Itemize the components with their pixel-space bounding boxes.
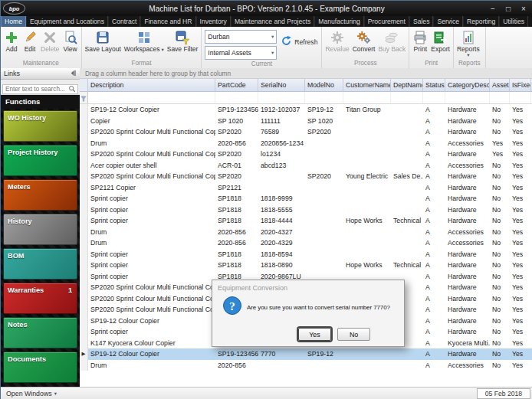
tab-maintenance-and-projects[interactable]: Maintenance and Projects — [231, 16, 314, 27]
minimize-button[interactable]: − — [485, 2, 501, 15]
yes-button[interactable]: Yes — [298, 328, 331, 341]
workspaces-button[interactable]: Workspaces▾ — [123, 28, 166, 53]
refresh-button[interactable]: Refresh — [278, 28, 320, 56]
links-header-label: Links — [4, 70, 20, 77]
sidebar-item-meters[interactable]: Meters — [3, 179, 77, 211]
open-windows-button[interactable]: Open Windows ▾ — [1, 390, 62, 397]
column-header-customername[interactable]: CustomerName — [343, 79, 391, 91]
grid-cell: A — [423, 138, 445, 149]
table-row[interactable]: SP2020 Sprint Colour Multi Functional Co… — [80, 149, 532, 160]
edit-pencil-icon — [22, 29, 38, 45]
add-button[interactable]: Add — [2, 28, 21, 53]
grid-cell: Yes — [510, 304, 531, 316]
group-by-bar[interactable]: Drag a column header here to group by th… — [80, 68, 532, 79]
tab-inventory[interactable]: Inventory — [196, 16, 231, 27]
table-row[interactable]: SP19-12 Colour CopierSP19-1234561912-102… — [80, 104, 532, 116]
filter-cell-status[interactable] — [423, 92, 445, 103]
delete-button-label: Delete — [41, 45, 60, 53]
sidebar-item-wo-history[interactable]: WO History — [3, 110, 77, 142]
tab-procurement[interactable]: Procurement — [364, 16, 409, 27]
convert-button[interactable]: Convert — [351, 28, 377, 53]
save-filter-button[interactable]: Save Filter — [166, 28, 200, 53]
filter-cell-deptname[interactable] — [391, 92, 423, 103]
table-row[interactable]: Sprint copierSP18181818-8594AHardwareNoY… — [80, 249, 532, 260]
grid-cell: A — [423, 126, 445, 138]
column-header-status[interactable]: Status — [423, 79, 445, 91]
table-row[interactable]: SP2020 Sprint Colour Multi Functional Co… — [80, 171, 532, 182]
export-button[interactable]: Export — [429, 28, 452, 53]
table-row[interactable]: ▶SP19-12 Colour CopierSP19-1234567770SP1… — [80, 348, 532, 360]
column-header-isfixedasset[interactable]: IsFixedAsset — [510, 79, 531, 91]
reports-button[interactable]: Reports ▾ — [455, 28, 481, 57]
tab-utilities[interactable]: Utilities — [499, 16, 528, 27]
sidebar-item-warranties[interactable]: Warranties1 — [3, 283, 77, 314]
grid-cell: A — [423, 271, 445, 283]
tab-home[interactable]: Home — [1, 16, 26, 27]
table-row[interactable]: Drum2020-8562020-4329AAccessoriesNoYes — [80, 237, 532, 249]
tab-service[interactable]: Service — [433, 16, 463, 27]
sidebar-item-notes[interactable]: Notes — [3, 317, 77, 348]
filter-cell-categorydesc[interactable] — [445, 92, 490, 103]
close-button[interactable]: × — [516, 2, 531, 15]
window-title: Machine List for Durban - BPO: Version 2… — [1, 5, 532, 13]
table-row[interactable]: Drum2020-856AAccessoriesNoYes — [80, 360, 532, 371]
pin-icon[interactable] — [70, 70, 77, 77]
tab-manufacturing[interactable]: Manufacturing — [314, 16, 363, 27]
column-header-deptname[interactable]: DeptName — [391, 79, 423, 91]
sidebar-item-project-history[interactable]: Project History — [3, 145, 77, 176]
column-header-categorydesc[interactable]: CategoryDesc — [445, 79, 490, 91]
buy-back-button[interactable]: Buy Back — [376, 28, 407, 53]
table-row[interactable]: Drum2020-8562020856-1234AAccessoriesYesY… — [80, 138, 532, 149]
sidebar-item-bom[interactable]: BOM — [3, 248, 77, 280]
tab-equipment-and-locations[interactable]: Equipment and Locations — [26, 16, 108, 27]
revalue-button[interactable]: Revalue — [323, 28, 350, 53]
save-layout-button[interactable]: Save Layout — [84, 28, 123, 53]
view-button[interactable]: View — [61, 28, 80, 53]
table-row[interactable]: SP2020 Sprint Colour Multi Functional Co… — [80, 126, 532, 138]
tab-contract[interactable]: Contract — [108, 16, 140, 27]
grid-cell: Yes — [510, 271, 531, 283]
grid-cell: 76589 — [258, 126, 305, 138]
column-header-partcode[interactable]: PartCode — [215, 79, 258, 91]
table-row[interactable]: CopierSP 1020111111SP 1020AHardwareNoYes — [80, 116, 532, 127]
filter-cell-partcode[interactable] — [215, 92, 258, 103]
grid-cell: SP2020 Sprint Colour Multi Functional Co… — [88, 293, 215, 305]
tab-sales[interactable]: Sales — [409, 16, 434, 27]
filter-cell-serialno[interactable] — [258, 92, 305, 103]
row-indicator — [80, 171, 88, 182]
column-header-description[interactable]: Description — [88, 79, 215, 91]
maximize-button[interactable]: □ — [501, 2, 516, 15]
no-button[interactable]: No — [337, 328, 370, 341]
table-row[interactable]: Sprint copierSP18181818-5555AHardwareNoY… — [80, 204, 532, 216]
tab-finance-and-hr[interactable]: Finance and HR — [140, 16, 195, 27]
filter-icon-cell[interactable] — [80, 92, 88, 103]
column-header-modelno[interactable]: ModelNo — [305, 79, 343, 91]
sidebar-item-history[interactable]: History — [3, 214, 77, 245]
delete-button[interactable]: Delete — [39, 28, 61, 53]
grid-cell: Young Electric — [343, 171, 391, 182]
column-header-asset[interactable]: Asset — [490, 79, 510, 91]
search-input[interactable] — [2, 84, 78, 94]
asset-type-select[interactable]: Internal Assets ▾ — [205, 46, 277, 60]
table-row[interactable]: Sprint copierSP18181818-0890Hope WorksTe… — [80, 260, 532, 271]
grid-cell — [391, 116, 423, 127]
filter-cell-description[interactable] — [88, 92, 215, 103]
table-row[interactable]: Sprint copierSP18181818-9999AHardwareNoY… — [80, 193, 532, 204]
sidebar-item-documents[interactable]: Documents — [3, 352, 77, 383]
table-row[interactable]: Sprint copierSP18181818-4444Hope WorksTe… — [80, 215, 532, 227]
table-row[interactable]: Drum2020-8562020-4327AAccessoriesNoYes — [80, 227, 532, 238]
table-row[interactable]: Acer copier outer shellACR-01abcd123AAcc… — [80, 160, 532, 172]
table-row[interactable]: SP2121 CopierSP2121AHardwareNoYes — [80, 182, 532, 194]
edit-button-label: Edit — [25, 45, 36, 53]
filter-cell-customername[interactable] — [343, 92, 391, 103]
filter-cell-modelno[interactable] — [305, 92, 343, 103]
ribbon-group-label-reports: Reports — [455, 59, 484, 68]
edit-button[interactable]: Edit — [21, 28, 39, 53]
tab-reporting[interactable]: Reporting — [463, 16, 499, 27]
print-button[interactable]: Print — [411, 28, 429, 53]
column-header-serialno[interactable]: SerialNo — [258, 79, 305, 91]
filter-cell-isfixedasset[interactable] — [510, 92, 531, 103]
row-indicator — [80, 316, 88, 327]
branch-select[interactable]: Durban ▾ — [205, 30, 277, 44]
filter-cell-asset[interactable] — [490, 92, 510, 103]
